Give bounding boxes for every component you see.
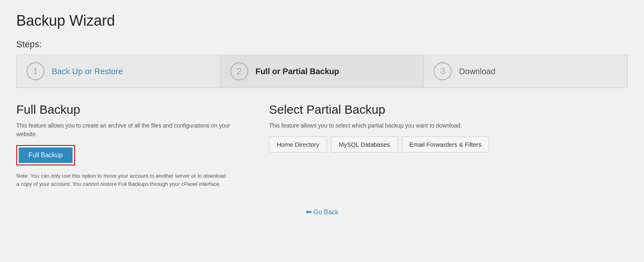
- step-1-label: Back Up or Restore: [52, 67, 123, 76]
- step-3[interactable]: 3 Download: [424, 55, 627, 88]
- step-1-number: 1: [26, 62, 44, 80]
- full-backup-button[interactable]: Full Backup: [19, 148, 73, 163]
- go-back-area: ⬅Go Back: [16, 207, 628, 216]
- email-forwarders-button[interactable]: Email Forwarders & Filters: [402, 137, 490, 152]
- content-area: Full Backup This feature allows you to c…: [16, 103, 628, 188]
- home-directory-button[interactable]: Home Directory: [269, 137, 327, 152]
- page-title: Backup Wizard: [16, 12, 628, 29]
- step-1[interactable]: 1 Back Up or Restore: [17, 55, 221, 88]
- step-2-number: 2: [230, 62, 248, 80]
- steps-label: Steps:: [16, 39, 628, 50]
- partial-backup-panel: Select Partial Backup This feature allow…: [269, 103, 628, 188]
- full-backup-panel: Full Backup This feature allows you to c…: [16, 103, 245, 188]
- step-2[interactable]: 2 Full or Partial Backup: [221, 55, 424, 88]
- step-3-number: 3: [434, 62, 452, 80]
- mysql-databases-button[interactable]: MySQL Databases: [331, 137, 397, 152]
- partial-backup-title: Select Partial Backup: [269, 103, 628, 117]
- full-backup-description: This feature allows you to create an arc…: [16, 121, 245, 139]
- go-back-label: Go Back: [313, 209, 338, 216]
- go-back-arrow-icon: ⬅: [306, 208, 312, 216]
- steps-bar: 1 Back Up or Restore 2 Full or Partial B…: [16, 55, 628, 88]
- full-backup-title: Full Backup: [16, 103, 245, 117]
- go-back-link[interactable]: ⬅Go Back: [306, 209, 338, 216]
- full-backup-note: Note: You can only use this option to mo…: [16, 172, 228, 188]
- step-2-label: Full or Partial Backup: [256, 67, 340, 76]
- partial-backup-description: This feature allows you to select which …: [269, 121, 628, 130]
- full-backup-button-wrapper: Full Backup: [16, 145, 75, 165]
- partial-backup-buttons: Home Directory MySQL Databases Email For…: [269, 137, 628, 152]
- step-3-label: Download: [459, 67, 495, 76]
